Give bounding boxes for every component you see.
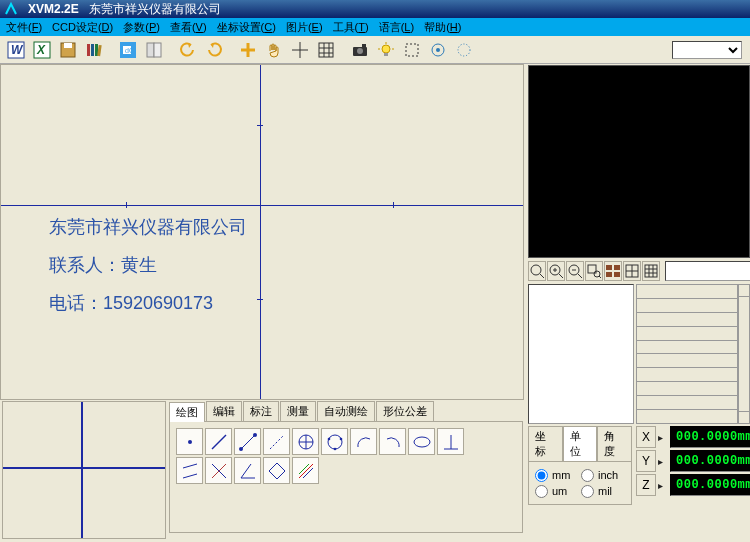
save-disk-icon[interactable]: [56, 38, 80, 62]
radio-um-input[interactable]: [535, 485, 548, 498]
tab-annot[interactable]: 标注: [243, 401, 279, 421]
tab-edit[interactable]: 编辑: [206, 401, 242, 421]
selection-dashed-icon[interactable]: [400, 38, 424, 62]
menu-params[interactable]: 参数(P): [123, 20, 160, 35]
radio-um[interactable]: um: [535, 485, 579, 498]
library-icon[interactable]: [82, 38, 106, 62]
crosshair-plus-icon[interactable]: [236, 38, 260, 62]
draw-tab-body: [169, 421, 523, 533]
tab-angle[interactable]: 角度: [597, 426, 632, 461]
tool-arc-line-icon[interactable]: [234, 428, 261, 455]
svg-rect-28: [384, 53, 388, 56]
tool-dashed-line-icon[interactable]: [263, 428, 290, 455]
zoom-region-icon[interactable]: [585, 261, 603, 281]
radio-mil-input[interactable]: [581, 485, 594, 498]
tool-arc-ccw-icon[interactable]: [350, 428, 377, 455]
crosshair-horizontal-line: [1, 205, 523, 206]
feature-list[interactable]: [528, 284, 634, 424]
radio-inch[interactable]: inch: [581, 469, 625, 482]
overlay-company-text: 东莞市祥兴仪器有限公司: [49, 211, 247, 243]
camera-icon[interactable]: [348, 38, 372, 62]
grid-scrollbar[interactable]: [738, 284, 750, 424]
menu-coord[interactable]: 坐标设置(C): [217, 20, 276, 35]
pan-hand-icon[interactable]: [262, 38, 286, 62]
tab-auto[interactable]: 自动测绘: [317, 401, 375, 421]
tool-diamond-icon[interactable]: [263, 457, 290, 484]
light-bulb-icon[interactable]: [374, 38, 398, 62]
tool-arc-cw-icon[interactable]: [379, 428, 406, 455]
target-icon[interactable]: [426, 38, 450, 62]
menu-ccd[interactable]: CCD设定(D): [52, 20, 113, 35]
dro-axis-z-button[interactable]: Z: [636, 474, 656, 496]
grid-4-icon[interactable]: [623, 261, 641, 281]
tool-parallel-icon[interactable]: [176, 457, 203, 484]
toolbar-dropdown[interactable]: [672, 41, 742, 59]
grid-row: [637, 313, 738, 327]
drawing-canvas[interactable]: 东莞市祥兴仪器有限公司 联系人：黄生 电话：15920690173: [0, 64, 524, 400]
word-export-icon[interactable]: W: [4, 38, 28, 62]
svg-rect-6: [87, 44, 90, 56]
zoom-actual-icon[interactable]: [528, 261, 546, 281]
tool-circle-3pt-icon[interactable]: [321, 428, 348, 455]
zoom-in-icon[interactable]: [547, 261, 565, 281]
tab-draw[interactable]: 绘图: [169, 402, 205, 422]
result-grid[interactable]: [636, 284, 738, 424]
compare-icon[interactable]: [142, 38, 166, 62]
menu-view[interactable]: 查看(V): [170, 20, 207, 35]
tool-angle-icon[interactable]: [234, 457, 261, 484]
excel-export-icon[interactable]: X: [30, 38, 54, 62]
thumbnails-icon[interactable]: [604, 261, 622, 281]
svg-rect-73: [606, 265, 612, 270]
zoom-out-icon[interactable]: [566, 261, 584, 281]
title-bar: XVM2.2E 东莞市祥兴仪器有限公司: [0, 0, 750, 18]
thumbnail-view[interactable]: [2, 401, 166, 539]
tool-circle-center-icon[interactable]: [292, 428, 319, 455]
radio-mm-input[interactable]: [535, 469, 548, 482]
radio-mil[interactable]: mil: [581, 485, 625, 498]
undo-icon[interactable]: [176, 38, 200, 62]
menu-lang[interactable]: 语言(L): [379, 20, 414, 35]
radio-mm[interactable]: mm: [535, 469, 579, 482]
zoom-field[interactable]: [665, 261, 750, 281]
dro-axis-x-button[interactable]: X: [636, 426, 656, 448]
tab-measure[interactable]: 测量: [280, 401, 316, 421]
dotted-circle-icon[interactable]: [452, 38, 476, 62]
redo-icon[interactable]: [202, 38, 226, 62]
tool-cross-lines-icon[interactable]: [205, 457, 232, 484]
scroll-up-icon[interactable]: [739, 285, 749, 297]
menu-tools[interactable]: 工具(T): [333, 20, 369, 35]
tool-line-ne-icon[interactable]: [205, 428, 232, 455]
svg-point-34: [436, 48, 440, 52]
svg-rect-74: [614, 265, 620, 270]
tab-coord[interactable]: 坐标: [528, 426, 563, 461]
scroll-down-icon[interactable]: [739, 411, 749, 423]
tool-ellipse-icon[interactable]: [408, 428, 435, 455]
tool-rgb-lines-icon[interactable]: [292, 457, 319, 484]
grid-9-icon[interactable]: [642, 261, 660, 281]
menu-file[interactable]: 文件(F): [6, 20, 42, 35]
dro-panel: X ▸ 000.0000mm Y ▸ 000.0000mm Z ▸ 000.00…: [636, 426, 750, 505]
svg-line-53: [183, 474, 197, 478]
radio-inch-input[interactable]: [581, 469, 594, 482]
app-title: XVM2.2E: [28, 2, 79, 16]
overlay-mode-icon[interactable]: dC: [116, 38, 140, 62]
menu-picture[interactable]: 图片(E): [286, 20, 323, 35]
svg-point-46: [327, 437, 330, 440]
tool-perpendicular-icon[interactable]: [437, 428, 464, 455]
dro-axis-y-button[interactable]: Y: [636, 450, 656, 472]
svg-rect-75: [606, 272, 612, 277]
menu-bar: 文件(F) CCD设定(D) 参数(P) 查看(V) 坐标设置(C) 图片(E)…: [0, 18, 750, 36]
crosshair-thin-icon[interactable]: [288, 38, 312, 62]
svg-line-57: [241, 464, 251, 478]
svg-point-36: [188, 440, 192, 444]
svg-text:X: X: [36, 43, 46, 57]
camera-video-feed[interactable]: [528, 65, 750, 258]
menu-help[interactable]: 帮助(H): [424, 20, 461, 35]
tab-unit[interactable]: 单位: [563, 426, 598, 461]
tab-gdtol[interactable]: 形位公差: [376, 401, 434, 421]
svg-line-72: [599, 276, 601, 278]
left-bottom-row: 绘图 编辑 标注 测量 自动测绘 形位公差: [0, 400, 524, 540]
tool-point-icon[interactable]: [176, 428, 203, 455]
grid-icon[interactable]: [314, 38, 338, 62]
svg-rect-32: [406, 44, 418, 56]
